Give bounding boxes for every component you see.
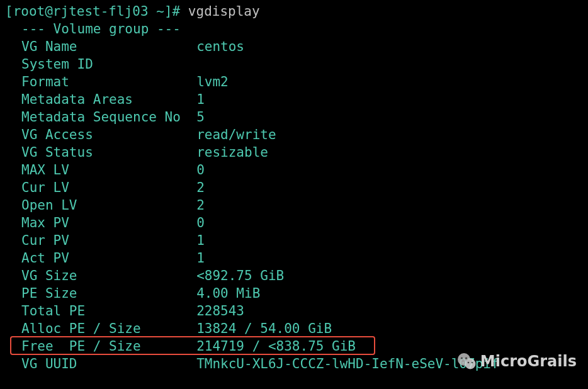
wechat-icon xyxy=(455,350,478,373)
vg-row: Act PV 1 xyxy=(5,249,583,267)
vg-output-block: VG Name centosSystem ID Format lvm2Metad… xyxy=(5,38,583,373)
prompt-hash: # xyxy=(172,4,188,19)
vg-row: VG Size <892.75 GiB xyxy=(5,267,583,285)
vg-row: VG Name centos xyxy=(5,38,583,55)
vg-row: System ID xyxy=(5,55,583,73)
watermark-text: MicroGrails xyxy=(480,352,577,370)
cwd: ~ xyxy=(149,4,164,19)
vg-row: Open LV 2 xyxy=(5,196,583,214)
terminal-prompt[interactable]: [root@rjtest-flj03 ~]# vgdisplay xyxy=(5,3,583,20)
command-text: vgdisplay xyxy=(188,4,260,19)
vg-row: VG Status resizable xyxy=(5,144,583,161)
svg-point-2 xyxy=(461,357,463,359)
svg-point-5 xyxy=(472,362,473,364)
svg-point-1 xyxy=(465,359,475,369)
vg-row: Alloc PE / Size 13824 / 54.00 GiB xyxy=(5,320,583,337)
vg-row: Max PV 0 xyxy=(5,214,583,232)
bracket-close: ] xyxy=(164,4,172,19)
vg-row: Format lvm2 xyxy=(5,73,583,91)
vg-row: Cur LV 2 xyxy=(5,179,583,196)
user-host: root@rjtest-flj03 xyxy=(13,4,149,19)
vg-section-header: --- Volume group --- xyxy=(5,20,583,38)
vg-row: Cur PV 1 xyxy=(5,232,583,249)
bracket-open: [ xyxy=(5,4,13,19)
watermark: MicroGrails xyxy=(455,350,577,373)
vg-row: MAX LV 0 xyxy=(5,161,583,179)
vg-row: VG Access read/write xyxy=(5,126,583,144)
svg-point-4 xyxy=(468,362,470,364)
vg-row: Total PE 228543 xyxy=(5,302,583,320)
vg-row: Metadata Sequence No 5 xyxy=(5,108,583,126)
vg-row: Metadata Areas 1 xyxy=(5,91,583,108)
svg-point-3 xyxy=(465,357,467,359)
vg-row: PE Size 4.00 MiB xyxy=(5,285,583,302)
